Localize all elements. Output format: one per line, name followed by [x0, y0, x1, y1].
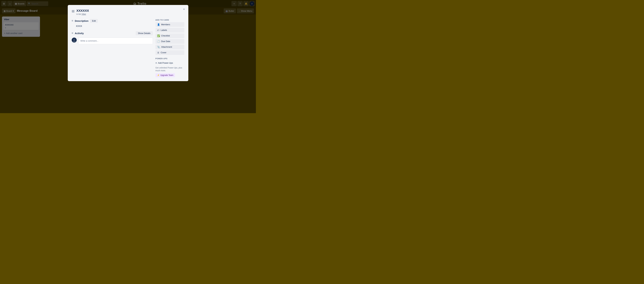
labels-button[interactable]: 🏷 Labels — [156, 28, 184, 32]
members-label: Members — [161, 23, 170, 26]
modal-sidebar: ADD TO CARD 👤 Members 🏷 Labels ✅ Checkli… — [156, 19, 184, 77]
edit-description-button[interactable]: Edit — [90, 19, 98, 23]
members-button[interactable]: 👤 Members — [156, 22, 184, 27]
modal-title-content: XXXXXX in list Viber — [76, 9, 89, 15]
power-ups-title: POWER-UPS — [156, 58, 184, 60]
due-date-button[interactable]: 🕐 Due Date — [156, 39, 184, 44]
attachment-label: Attachment — [161, 46, 172, 48]
close-button[interactable]: × — [182, 6, 187, 12]
members-icon: 👤 — [157, 23, 160, 26]
user-avatar — [72, 38, 77, 43]
due-date-icon: 🕐 — [157, 40, 160, 43]
modal-title-row: ▤ XXXXXX in list Viber — [72, 9, 184, 15]
in-list-prefix: in list — [76, 13, 81, 15]
activity-left: ≡ Activity — [72, 32, 84, 35]
labels-label: Labels — [161, 29, 167, 31]
avatar-svg — [72, 38, 77, 43]
comment-row: Write a comment... — [72, 38, 153, 44]
svg-point-1 — [73, 39, 75, 41]
card-modal: × ▤ XXXXXX in list Viber ≡ Description E — [68, 5, 188, 81]
close-icon: × — [183, 7, 185, 11]
modal-body: ≡ Description Edit XXXX ≡ Activity Show … — [72, 19, 184, 77]
powerups-description: Get unlimited Power-Ups, plus much more. — [156, 66, 184, 72]
upgrade-icon: ⚡ — [157, 74, 160, 76]
modal-overlay: × ▤ XXXXXX in list Viber ≡ Description E — [0, 0, 256, 113]
activity-icon: ≡ — [72, 32, 73, 35]
activity-section-row: ≡ Activity Show Details — [72, 31, 153, 35]
modal-main: ≡ Description Edit XXXX ≡ Activity Show … — [72, 19, 153, 77]
modal-card-title: XXXXXX — [76, 9, 89, 13]
description-title: Description — [75, 19, 88, 22]
cover-icon: 🖥 — [157, 51, 160, 54]
add-powerups-label: Add Power-Ups — [158, 62, 173, 64]
comment-placeholder: Write a comment... — [80, 40, 98, 42]
cover-button[interactable]: 🖥 Cover — [156, 50, 184, 55]
in-list-link[interactable]: Viber — [82, 13, 86, 15]
plus-powerups-icon: + — [156, 62, 157, 64]
comment-input[interactable]: Write a comment... — [78, 38, 153, 44]
attachment-button[interactable]: 📎 Attachment — [156, 45, 184, 49]
power-ups-section: POWER-UPS + Add Power-Ups Get unlimited … — [156, 58, 184, 77]
cover-label: Cover — [161, 51, 166, 54]
description-section-row: ≡ Description Edit — [72, 19, 153, 23]
card-type-icon: ▤ — [72, 9, 74, 13]
description-icon: ≡ — [72, 19, 73, 22]
checklist-button[interactable]: ✅ Checklist — [156, 33, 184, 38]
upgrade-button[interactable]: ⚡ Upgrade Team — [156, 73, 175, 77]
modal-in-list: in list Viber — [76, 13, 89, 15]
attachment-icon: 📎 — [157, 46, 160, 48]
checklist-label: Checklist — [161, 34, 170, 37]
add-to-card-title: ADD TO CARD — [156, 19, 184, 21]
due-date-label: Due Date — [161, 40, 170, 43]
checklist-icon: ✅ — [157, 34, 160, 37]
show-details-button[interactable]: Show Details — [136, 31, 153, 35]
upgrade-label: Upgrade Team — [160, 74, 174, 76]
description-text: XXXX — [76, 24, 153, 28]
labels-icon: 🏷 — [157, 29, 160, 31]
activity-title: Activity — [75, 32, 84, 35]
add-powerups-button[interactable]: + Add Power-Ups — [156, 61, 173, 65]
